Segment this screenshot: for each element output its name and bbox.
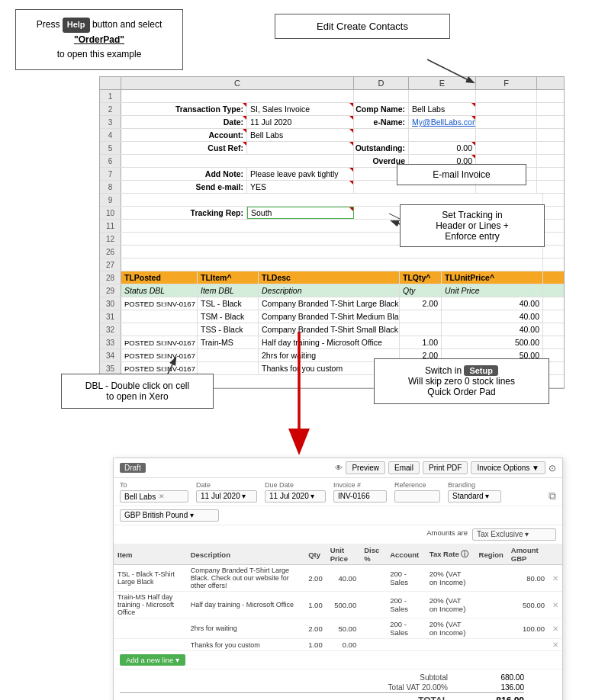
row-27: 27 bbox=[100, 258, 564, 271]
table-row: Thanks for you custom 1.00 0.00 ✕ bbox=[114, 639, 562, 651]
to-value[interactable]: Bell Labs ✕ bbox=[120, 490, 188, 503]
col-qty: Qty bbox=[304, 544, 327, 565]
col-actions bbox=[549, 544, 562, 565]
invoice-num-field-group: Invoice # INV-0166 bbox=[333, 481, 387, 503]
table-row: TSL - Black T-Shirt Large Black Company … bbox=[114, 565, 562, 592]
row-32: 32 TSS - Black Company Branded T-Shirt S… bbox=[100, 323, 564, 336]
due-date-value[interactable]: 11 Jul 2020 ▾ bbox=[265, 490, 326, 503]
xero-form-row-1: To Bell Labs ✕ Date 11 Jul 2020 ▾ Due Da… bbox=[114, 478, 562, 506]
row-4: 4 Account: Bell Labs bbox=[100, 129, 564, 142]
preview-button[interactable]: Preview bbox=[346, 461, 385, 474]
table-row: 2hrs for waiting 2.00 50.00 200 - Sales … bbox=[114, 618, 562, 639]
branding-field-group: Branding Standard ▾ bbox=[448, 481, 501, 503]
setup-box: Switch in Setup Will skip zero 0 stock l… bbox=[374, 358, 549, 404]
reference-label: Reference bbox=[394, 481, 440, 489]
row-2: 2 Transaction Type: SI, Sales Invoice Co… bbox=[100, 103, 564, 116]
col-item: Item bbox=[114, 544, 187, 565]
row-26: 26 bbox=[100, 246, 564, 258]
col-header-row: C D E F bbox=[99, 76, 565, 89]
invoice-num-label: Invoice # bbox=[333, 481, 387, 489]
dbl-label: DBL - Double click on cellto open in Xer… bbox=[85, 381, 189, 402]
col-region: Region bbox=[475, 544, 507, 565]
set-tracking-label: Set Tracking inHeader or Lines +Enforce … bbox=[436, 210, 509, 242]
help-button-label: Help bbox=[63, 18, 90, 33]
col-account: Account bbox=[386, 544, 426, 565]
reference-value[interactable] bbox=[394, 490, 440, 503]
table-row: Train-MS Half day training - Microsoft O… bbox=[114, 592, 562, 618]
instruction-box: Press Help button and select "OrderPad" … bbox=[15, 9, 183, 70]
to-field-group: To Bell Labs ✕ bbox=[120, 481, 188, 503]
amounts-value[interactable]: Tax Exclusive ▾ bbox=[472, 528, 556, 541]
subtotal-row: Subtotal 680.00 bbox=[120, 673, 524, 682]
row-33: 33 POSTED SI:INV-0167 Train-MS Half day … bbox=[100, 336, 564, 349]
row-31: 31 TSM - Black Company Branded T-Shirt M… bbox=[100, 310, 564, 323]
orderpad-label: "OrderPad" bbox=[74, 34, 124, 45]
instruction-text: Press bbox=[37, 19, 63, 30]
invoice-num-value[interactable]: INV-0166 bbox=[333, 490, 387, 503]
email-invoice-label: E-mail Invoice bbox=[433, 169, 490, 180]
col-price: Unit Price bbox=[327, 544, 361, 565]
remove-icon: ✕ bbox=[159, 493, 165, 500]
switch-label: Switch in bbox=[425, 365, 464, 376]
subtotal-label: Subtotal bbox=[420, 673, 448, 682]
col-header-c: C bbox=[121, 77, 354, 89]
col-header-f: F bbox=[476, 77, 537, 89]
setup-desc: Will skip zero 0 stock linesQuick Order … bbox=[408, 376, 515, 397]
email-invoice-box: E-mail Invoice bbox=[397, 164, 526, 185]
col-desc: Description bbox=[187, 544, 305, 565]
tax-row: Total VAT 20.00% 136.00 bbox=[120, 682, 524, 692]
instruction-text2: button and select bbox=[90, 19, 162, 30]
col-header-e: E bbox=[409, 77, 476, 89]
tax-label: Total VAT 20.00% bbox=[388, 683, 448, 692]
edit-contacts-label: Edit Create Contacts bbox=[317, 21, 408, 32]
row-28-headers: 28 TLPosted TLItem^ TLDesc TLQty^ TLUnit… bbox=[100, 271, 564, 284]
to-label: To bbox=[120, 481, 188, 489]
row-30: 30 POSTED SI:INV-0167 TSL - Black Compan… bbox=[100, 297, 564, 310]
draft-badge: Draft bbox=[120, 463, 146, 473]
setup-button-label: Setup bbox=[464, 365, 498, 376]
xero-actions: 👁 Preview Email Print PDF Invoice Option… bbox=[335, 461, 556, 474]
col-disc: Disc % bbox=[360, 544, 386, 565]
due-date-field-group: Due Date 11 Jul 2020 ▾ bbox=[265, 481, 326, 503]
xero-header: Draft 👁 Preview Email Print PDF Invoice … bbox=[114, 458, 562, 478]
reference-field-group: Reference bbox=[394, 481, 440, 503]
branding-value[interactable]: Standard ▾ bbox=[448, 490, 501, 503]
dbl-box: DBL - Double click on cellto open in Xer… bbox=[61, 374, 214, 409]
date-value[interactable]: 11 Jul 2020 ▾ bbox=[196, 490, 257, 503]
col-header-d: D bbox=[354, 77, 409, 89]
total-label: TOTAL bbox=[418, 695, 448, 700]
subtotal-value: 680.00 bbox=[478, 673, 524, 682]
date-label: Date bbox=[196, 481, 257, 489]
total-row: TOTAL 816.00 bbox=[120, 692, 524, 700]
row-29-coldefs: 29 Status DBL Item DBL Description Qty U… bbox=[100, 284, 564, 297]
eye-icon: 👁 bbox=[335, 464, 343, 472]
tax-value: 136.00 bbox=[478, 683, 524, 692]
copy-icon: ⧉ bbox=[549, 490, 556, 503]
set-tracking-box: Set Tracking inHeader or Lines +Enforce … bbox=[400, 204, 545, 247]
amounts-label: Amounts are bbox=[426, 528, 468, 541]
branding-label: Branding bbox=[448, 481, 501, 489]
invoice-options-button[interactable]: Invoice Options ▼ bbox=[471, 461, 545, 474]
col-header-rownum bbox=[100, 77, 121, 89]
col-amount: Amount GBP bbox=[507, 544, 549, 565]
row-1: 1 bbox=[100, 90, 564, 103]
currency-value[interactable]: GBP British Pound ▾ bbox=[120, 509, 219, 522]
add-new-line-button[interactable]: Add a new line ▾ bbox=[120, 654, 185, 666]
table-header-row: Item Description Qty Unit Price Disc % A… bbox=[114, 544, 562, 565]
line-items-table: Item Description Qty Unit Price Disc % A… bbox=[114, 544, 562, 651]
xero-preview: Draft 👁 Preview Email Print PDF Invoice … bbox=[113, 458, 563, 700]
amounts-row: Amounts are Tax Exclusive ▾ bbox=[114, 525, 562, 544]
refresh-icon: ⊙ bbox=[549, 463, 556, 474]
date-field-group: Date 11 Jul 2020 ▾ bbox=[196, 481, 257, 503]
xero-totals: Subtotal 680.00 Total VAT 20.00% 136.00 … bbox=[114, 669, 562, 700]
row-3: 3 Date: 11 Jul 2020 e-Name: My@BellLabs.… bbox=[100, 116, 564, 129]
row-5: 5 Cust Ref: Outstanding: 0.00 bbox=[100, 142, 564, 155]
total-value: 816.00 bbox=[478, 695, 524, 700]
edit-contacts-box: Edit Create Contacts bbox=[275, 14, 450, 39]
email-button[interactable]: Email bbox=[388, 461, 420, 474]
due-date-label: Due Date bbox=[265, 481, 326, 489]
add-line-row: Add a new line ▾ bbox=[114, 651, 562, 669]
currency-row: GBP British Pound ▾ bbox=[114, 506, 562, 525]
instruction-text3: to open this example bbox=[57, 49, 142, 59]
print-pdf-button[interactable]: Print PDF bbox=[423, 461, 468, 474]
